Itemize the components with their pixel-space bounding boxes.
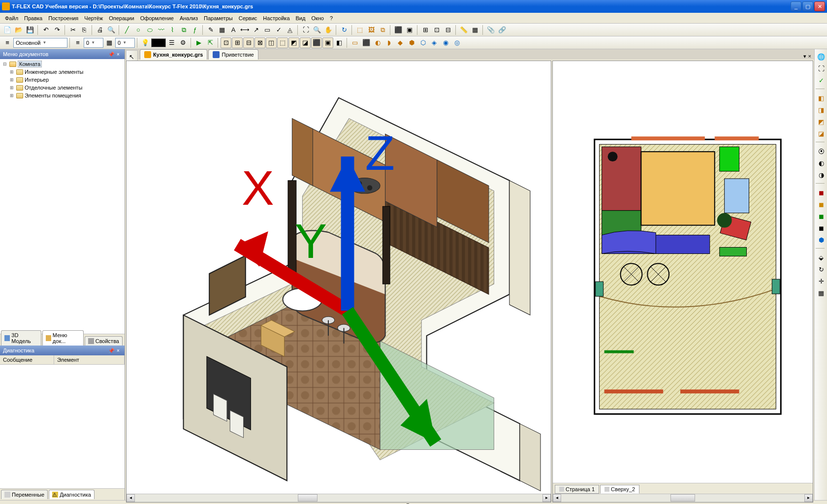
rt-view2-icon[interactable]: ◼: [816, 199, 827, 210]
pin-icon[interactable]: 📌: [108, 52, 115, 57]
group-icon[interactable]: ⧉: [377, 25, 388, 35]
layers-icon[interactable]: ≡: [2, 37, 13, 48]
image-icon[interactable]: 🖼: [366, 25, 377, 35]
bool2-icon[interactable]: ⬡: [417, 37, 428, 48]
rt-rotate-icon[interactable]: ↻: [816, 264, 827, 275]
bool4-icon[interactable]: ◉: [440, 37, 451, 48]
rt-sphere-icon[interactable]: ⦿: [816, 146, 827, 157]
menu-parameters[interactable]: Параметры: [201, 14, 236, 22]
fragment-icon[interactable]: ⬚: [354, 25, 365, 35]
rt-view4-icon[interactable]: ◼: [816, 222, 827, 233]
extrude-icon[interactable]: ⬛: [361, 37, 372, 48]
clip-icon[interactable]: 🔗: [497, 25, 508, 35]
tab-diagnostics[interactable]: ⚠Диагностика: [49, 490, 95, 499]
plan-tab-top2[interactable]: Сверху_2: [600, 485, 639, 494]
menu-constructions[interactable]: Построения: [45, 14, 81, 22]
doc-tab-kitchen[interactable]: Кухня_конкурс.grs: [140, 49, 207, 60]
spline-icon[interactable]: 〰: [156, 25, 166, 35]
document-tree[interactable]: ⊟ Комната ⊞ Инженерные элементы ⊞ Интерь…: [0, 59, 125, 334]
rt-persp-icon[interactable]: ⬙: [816, 252, 827, 263]
note-icon[interactable]: ◬: [285, 25, 295, 35]
menu-operations[interactable]: Операции: [106, 14, 137, 22]
menu-settings[interactable]: Настройка: [260, 14, 292, 22]
rt-cube4-icon[interactable]: ◪: [816, 128, 827, 139]
menu-file[interactable]: Файл: [2, 14, 21, 22]
tab-properties[interactable]: Свойства: [85, 336, 123, 346]
path-icon[interactable]: ⌇: [167, 25, 178, 35]
grid-icon[interactable]: ▦: [104, 37, 115, 48]
menu-service[interactable]: Сервис: [236, 14, 260, 22]
rough-icon[interactable]: ✓: [273, 25, 284, 35]
tree-item-engineering[interactable]: ⊞ Инженерные элементы: [1, 68, 124, 76]
snap2-icon[interactable]: ⊡: [431, 25, 442, 35]
snap-j-icon[interactable]: ▣: [322, 37, 333, 48]
props-icon[interactable]: ⚙: [178, 37, 189, 48]
rt-cube2-icon[interactable]: ◨: [816, 104, 827, 115]
bool3-icon[interactable]: ◈: [429, 37, 440, 48]
tol-icon[interactable]: ▭: [262, 25, 273, 35]
rt-iso-icon[interactable]: ⬢: [816, 234, 827, 245]
bulb-icon[interactable]: 💡: [140, 37, 151, 48]
menu-format[interactable]: Оформление: [137, 14, 177, 22]
tabs-close-icon[interactable]: ×: [808, 53, 811, 60]
sel1-icon[interactable]: ▶: [193, 37, 204, 48]
snap-h-icon[interactable]: ◪: [300, 37, 311, 48]
maximize-button[interactable]: ▢: [802, 1, 813, 11]
tab-doc-menu[interactable]: Меню док...: [42, 330, 84, 346]
zoom-icon[interactable]: 🔍: [312, 25, 322, 35]
linetype-icon[interactable]: ≡: [72, 37, 83, 48]
leader-icon[interactable]: ↗: [251, 25, 261, 35]
undo-icon[interactable]: ↶: [40, 25, 51, 35]
line-icon[interactable]: ╱: [122, 25, 132, 35]
dim-icon[interactable]: ⟷: [239, 25, 250, 35]
2d-hscroll[interactable]: ◄ ►: [553, 494, 813, 502]
loft-icon[interactable]: ◆: [395, 37, 406, 48]
revolve-icon[interactable]: ◐: [372, 37, 383, 48]
snap-d-icon[interactable]: ⊠: [254, 37, 265, 48]
snap-b-icon[interactable]: ⊞: [232, 37, 243, 48]
lineweight-combo[interactable]: 0▼: [84, 38, 103, 48]
menu-edit[interactable]: Правка: [21, 14, 45, 22]
snap-a-icon[interactable]: ⊡: [221, 37, 231, 48]
tab-variables[interactable]: Переменные: [1, 490, 48, 499]
diag-close-icon[interactable]: ×: [115, 348, 122, 353]
diagnostics-grid[interactable]: Сообщение Элемент: [0, 355, 125, 488]
3d-view-icon[interactable]: ▣: [404, 25, 415, 35]
plan-view[interactable]: [553, 61, 813, 483]
view-all-icon[interactable]: ⛶: [300, 25, 311, 35]
pan-icon[interactable]: ✋: [323, 25, 334, 35]
text-icon[interactable]: A: [228, 25, 239, 35]
color-swatch[interactable]: [151, 38, 166, 47]
tree-item-finishing[interactable]: ⊞ Отделочные элементы: [1, 84, 124, 92]
rt-cube1-icon[interactable]: ◧: [816, 93, 827, 103]
diag-pin-icon[interactable]: 📌: [108, 348, 115, 353]
tab-3d-model[interactable]: 3D Модель: [1, 330, 41, 346]
save-icon[interactable]: 💾: [25, 25, 35, 35]
tree-item-interior[interactable]: ⊞ Интерьер: [1, 76, 124, 84]
attach-icon[interactable]: 📎: [485, 25, 496, 35]
sel2-icon[interactable]: ⇱: [205, 37, 216, 48]
redo-icon[interactable]: ↷: [52, 25, 63, 35]
menu-analysis[interactable]: Анализ: [177, 14, 201, 22]
box-icon[interactable]: ▭: [350, 37, 360, 48]
minimize-button[interactable]: _: [791, 1, 801, 11]
rt-globe-icon[interactable]: 🌐: [816, 51, 827, 62]
refresh-icon[interactable]: ↻: [339, 25, 350, 35]
offset-icon[interactable]: ⧉: [178, 25, 189, 35]
plan-tab-page1[interactable]: Страница 1: [555, 485, 599, 494]
copy-icon[interactable]: ⎘: [79, 25, 90, 35]
viewport-3d[interactable]: X Z Y ◄ ►: [126, 61, 551, 503]
linetype2-icon[interactable]: ☰: [166, 37, 177, 48]
rt-render1-icon[interactable]: ◐: [816, 158, 827, 168]
table-icon[interactable]: ▦: [470, 25, 480, 35]
sweep-icon[interactable]: ◗: [383, 37, 394, 48]
rt-check-icon[interactable]: ✓: [816, 75, 827, 86]
circle-icon[interactable]: ○: [133, 25, 144, 35]
snap-e-icon[interactable]: ◫: [266, 37, 277, 48]
close-button[interactable]: ✕: [814, 1, 825, 11]
menu-window[interactable]: Окно: [308, 14, 327, 22]
rt-view1-icon[interactable]: ◼: [816, 187, 827, 198]
menu-help[interactable]: ?: [327, 14, 336, 22]
snap-f-icon[interactable]: ⬚: [277, 37, 288, 48]
snap-k-icon[interactable]: ◧: [334, 37, 345, 48]
